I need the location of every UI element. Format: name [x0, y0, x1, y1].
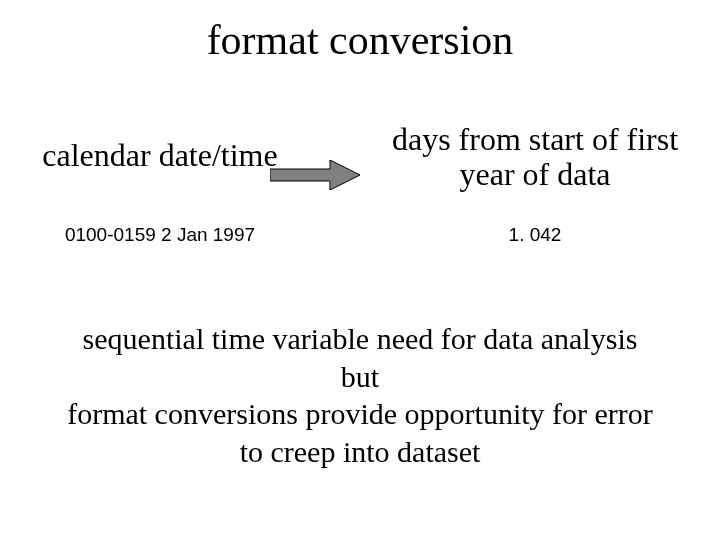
bottom-line-2: but — [341, 360, 379, 393]
left-example-value: 0100-0159 2 Jan 1997 — [20, 224, 300, 246]
bottom-line-4: to creep into dataset — [240, 435, 481, 468]
left-column-label: calendar date/time — [20, 138, 300, 173]
slide: format conversion calendar date/time day… — [0, 0, 720, 540]
right-example-value: 1. 042 — [370, 224, 700, 246]
arrow-shape — [270, 160, 360, 190]
arrow-icon — [270, 160, 360, 190]
bottom-paragraph: sequential time variable need for data a… — [30, 320, 690, 470]
bottom-line-3: format conversions provide opportunity f… — [67, 397, 653, 430]
bottom-line-1: sequential time variable need for data a… — [83, 322, 638, 355]
right-column-label: days from start of first year of data — [370, 122, 700, 192]
slide-title: format conversion — [0, 16, 720, 64]
